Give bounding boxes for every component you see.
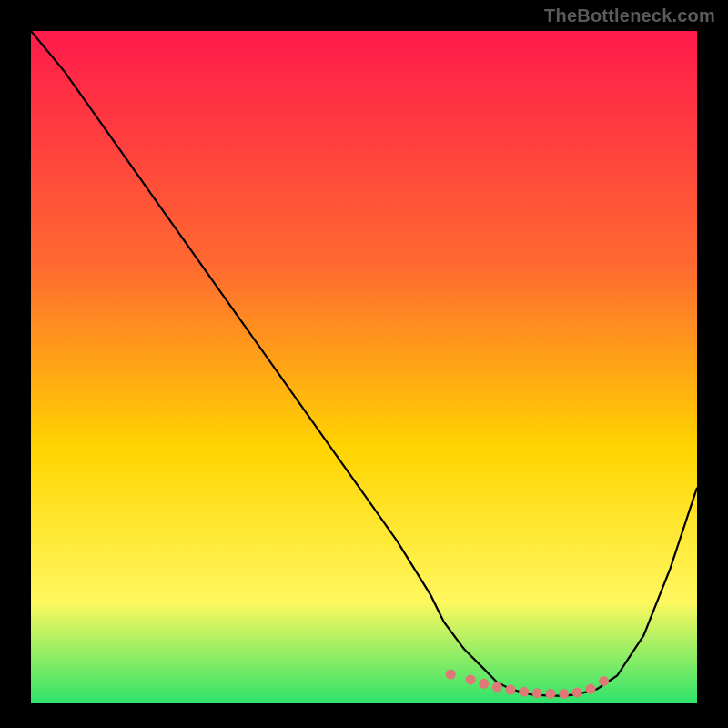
marker-dot [559,689,569,699]
plot-area [31,31,697,703]
marker-dot [585,684,595,694]
marker-dot [479,679,489,689]
chart-frame: TheBottleneck.com [0,0,728,728]
marker-dot [492,682,502,693]
marker-dot [446,670,456,680]
gradient-background [31,31,697,703]
marker-dot [532,688,542,698]
marker-dot [572,687,582,697]
marker-dot [506,685,516,695]
watermark-text: TheBottleneck.com [544,5,715,26]
marker-dot [466,674,476,684]
marker-dot [519,687,529,697]
marker-dot [599,676,609,686]
marker-dot [546,689,556,699]
chart-svg [31,31,697,703]
